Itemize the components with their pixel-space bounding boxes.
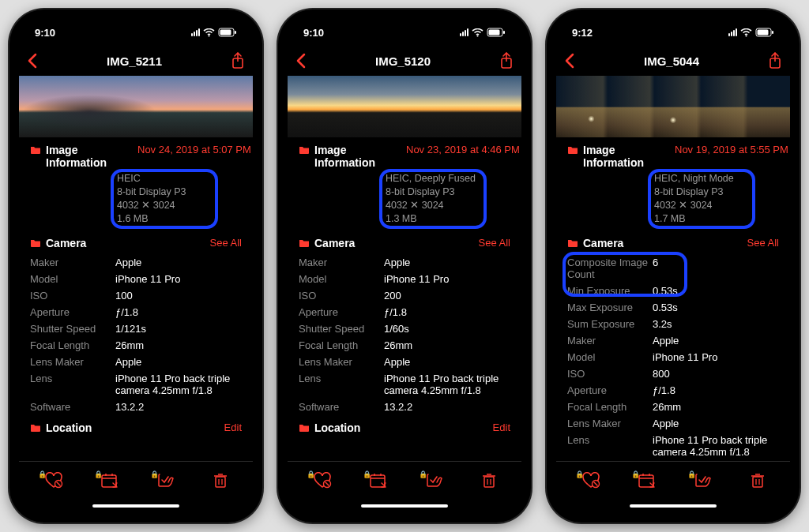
row-val: 26mm — [384, 339, 510, 351]
camera-row: Shutter Speed 1/121s — [19, 320, 253, 337]
info-line: HEIC, Night Mode — [654, 172, 779, 185]
row-val: 200 — [384, 290, 510, 302]
edit-button[interactable]: Edit — [224, 421, 242, 433]
home-indicator[interactable] — [556, 499, 790, 513]
nav-title: IMG_5120 — [375, 54, 431, 68]
delete-button[interactable] — [750, 472, 766, 489]
favorite-button[interactable]: 🔒 — [313, 472, 332, 489]
see-all-button[interactable]: See All — [747, 237, 779, 249]
camera-row: Focal Length 26mm — [556, 399, 790, 415]
row-key: ISO — [299, 290, 384, 302]
row-val: iPhone 11 Pro back triple camera 4.25mm … — [384, 373, 510, 396]
row-val: ƒ/1.8 — [384, 306, 510, 318]
row-val: 0.53s — [653, 302, 779, 313]
signal-icon — [191, 28, 200, 36]
section-title: Location — [46, 421, 92, 434]
row-key: Focal Length — [299, 339, 384, 351]
back-button[interactable] — [295, 53, 307, 69]
camera-row: Model iPhone 11 Pro — [19, 271, 253, 287]
folder-icon — [299, 423, 310, 432]
tag-button[interactable]: 🔒 — [156, 472, 175, 489]
row-key: Maker — [567, 335, 653, 347]
svg-rect-42 — [639, 475, 653, 487]
tag-button[interactable]: 🔒 — [425, 472, 444, 489]
section-title: Camera — [583, 237, 623, 249]
camera-row: ISO 200 — [288, 287, 521, 304]
date-button[interactable]: 🔒 — [100, 472, 119, 489]
folder-icon — [30, 423, 41, 432]
image-thumbnail[interactable] — [288, 76, 521, 137]
section-image-info: Image Information Nov 23, 2019 at 4:46 P… — [288, 137, 521, 230]
svg-rect-46 — [753, 477, 762, 487]
row-key: Lens Maker — [567, 418, 653, 429]
tab-bar: 🔒 🔒 🔒 — [288, 461, 521, 499]
edit-button[interactable]: Edit — [493, 421, 510, 433]
row-val: iPhone 11 Pro — [384, 273, 510, 285]
camera-row: Lens Maker Apple — [288, 354, 521, 370]
content[interactable]: Image Information Nov 19, 2019 at 5:55 P… — [556, 76, 790, 461]
share-button[interactable] — [768, 52, 782, 69]
svg-rect-29 — [484, 477, 494, 487]
row-val: iPhone 11 Pro — [653, 351, 779, 363]
row-val: 0.53s — [653, 285, 779, 297]
row-key: Focal Length — [567, 401, 653, 413]
delete-button[interactable] — [213, 472, 228, 489]
share-button[interactable] — [499, 52, 514, 69]
svg-point-34 — [746, 35, 747, 36]
date-button[interactable]: 🔒 — [369, 472, 388, 489]
see-all-button[interactable]: See All — [479, 237, 510, 249]
home-indicator[interactable] — [288, 499, 521, 513]
content[interactable]: Image Information Nov 24, 2019 at 5:07 P… — [19, 76, 253, 461]
back-button[interactable] — [564, 53, 575, 69]
camera-row: Software 13.2.2 — [288, 399, 521, 415]
screen: 9:10 IMG_5120 Image Information — [288, 19, 521, 513]
info-line: 4032 ✕ 3024 — [654, 199, 779, 212]
tag-button[interactable]: 🔒 — [694, 472, 713, 489]
camera-row: ISO 800 — [556, 365, 790, 382]
home-indicator[interactable] — [19, 499, 253, 513]
back-button[interactable] — [27, 53, 38, 69]
row-key: Lens — [299, 373, 384, 396]
status-time: 9:10 — [35, 27, 55, 39]
camera-row: Lens iPhone 11 Pro back triple camera 4.… — [556, 432, 790, 460]
row-key: Software — [30, 401, 115, 413]
share-button[interactable] — [231, 52, 245, 69]
camera-row: Focal Length 26mm — [288, 337, 521, 354]
row-val: 100 — [115, 290, 242, 302]
row-val: Apple — [384, 257, 510, 268]
info-date: Nov 23, 2019 at 4:46 PM — [406, 144, 520, 155]
image-thumbnail[interactable] — [556, 76, 790, 137]
svg-rect-3 — [235, 31, 236, 34]
svg-rect-20 — [503, 31, 505, 34]
date-button[interactable]: 🔒 — [638, 472, 657, 489]
row-val: 800 — [653, 368, 779, 380]
row-key: Focal Length — [30, 339, 115, 351]
favorite-button[interactable]: 🔒 — [44, 472, 63, 489]
see-all-button[interactable]: See All — [210, 237, 242, 249]
row-key: ISO — [30, 290, 115, 302]
image-thumbnail[interactable] — [19, 76, 253, 137]
camera-row: Aperture ƒ/1.8 — [288, 304, 521, 320]
folder-icon — [30, 238, 41, 247]
lock-icon: 🔒 — [150, 470, 159, 478]
camera-row: Aperture ƒ/1.8 — [556, 382, 790, 399]
row-key: Lens Maker — [299, 356, 384, 368]
lock-icon: 🔒 — [94, 470, 103, 478]
screen: 9:12 IMG_5044 Image Information — [556, 19, 790, 513]
section-camera: Camera See All — [288, 230, 521, 254]
notch — [349, 19, 460, 36]
svg-rect-19 — [489, 30, 500, 36]
row-key: Shutter Speed — [299, 323, 384, 335]
notch — [81, 19, 191, 36]
notch — [618, 19, 728, 36]
battery-icon — [755, 28, 774, 37]
info-line: 8-bit Display P3 — [654, 185, 779, 199]
signal-icon — [728, 28, 737, 36]
camera-row: Composite Image Count 6 — [556, 254, 790, 283]
delete-button[interactable] — [481, 472, 497, 489]
lock-icon: 🔒 — [575, 470, 584, 478]
favorite-button[interactable]: 🔒 — [581, 472, 600, 489]
info-line: HEIC — [117, 172, 242, 185]
camera-row: Maker Apple — [556, 332, 790, 349]
content[interactable]: Image Information Nov 23, 2019 at 4:46 P… — [288, 76, 521, 461]
